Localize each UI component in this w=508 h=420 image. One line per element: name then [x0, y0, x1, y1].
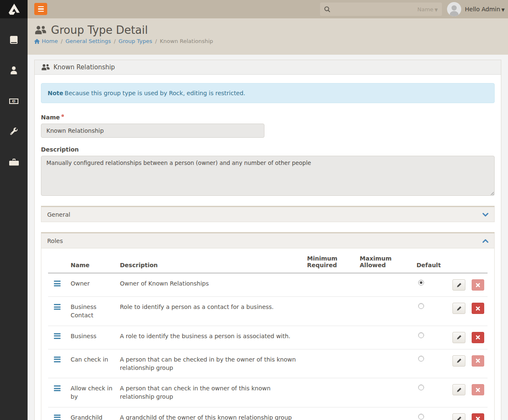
required-indicator: [61, 114, 64, 117]
money-icon: 1: [8, 96, 19, 106]
delete-x-icon: [476, 283, 480, 287]
sidebar-item-money[interactable]: 1: [8, 95, 20, 107]
rock-logo[interactable]: [0, 0, 28, 18]
role-row: Business ContactRole to identify a perso…: [48, 297, 488, 326]
sidebar-item-briefcase[interactable]: [8, 156, 20, 168]
default-radio[interactable]: [418, 414, 424, 420]
edit-role-button[interactable]: [452, 332, 465, 343]
column-header-max-allowed: Maximum Allowed: [356, 248, 413, 273]
role-description: A person that can check in the owner of …: [117, 378, 304, 407]
name-input[interactable]: [41, 124, 264, 138]
role-name: Grandchild: [67, 407, 117, 420]
column-header-actions: [448, 248, 488, 273]
app-window: 1: [0, 0, 508, 420]
sidebar-item-book[interactable]: [8, 34, 20, 46]
user-greeting: Hello Admin▼: [465, 6, 505, 13]
section-roles-label: Roles: [47, 238, 63, 244]
drag-handle[interactable]: [54, 385, 61, 391]
role-row: OwnerOwner of Known Relationships: [48, 273, 488, 297]
role-description: A grandchild of the owner of this known …: [117, 407, 304, 420]
delete-role-button[interactable]: [472, 332, 484, 343]
role-name: Owner: [67, 273, 117, 297]
role-min-required: [304, 349, 356, 378]
chevron-down-icon[interactable]: [483, 210, 488, 218]
note-text: Because this group type is used by Rock,…: [65, 90, 246, 96]
drag-handle[interactable]: [54, 333, 61, 339]
drag-handle[interactable]: [54, 357, 61, 362]
roles-table: Name Description Minimum Required Maximu…: [48, 248, 488, 420]
panel-heading: Known Relationship: [35, 60, 501, 75]
role-min-required: [304, 297, 356, 326]
name-label: Name: [41, 114, 64, 121]
role-max-allowed: [356, 297, 413, 326]
pencil-icon: [457, 283, 462, 288]
breadcrumb-separator: /: [155, 38, 157, 44]
edit-role-button[interactable]: [452, 303, 465, 314]
delete-role-button[interactable]: [472, 355, 484, 367]
delete-x-icon: [476, 417, 480, 420]
role-name: Can check in: [67, 349, 117, 378]
group-icon: [41, 64, 50, 71]
breadcrumb-general-settings[interactable]: General Settings: [66, 38, 111, 44]
roles-header-row: Name Description Minimum Required Maximu…: [48, 248, 488, 273]
breadcrumb-home[interactable]: Home: [34, 38, 58, 44]
delete-role-button[interactable]: [472, 303, 484, 314]
default-radio[interactable]: [418, 385, 424, 390]
sidebar-item-wrench[interactable]: [8, 126, 20, 137]
edit-role-button[interactable]: [452, 384, 465, 395]
role-max-allowed: [356, 407, 413, 420]
delete-x-icon: [476, 388, 480, 392]
column-header-description: Description: [117, 248, 304, 273]
briefcase-icon: [9, 157, 19, 167]
menu-toggle-button[interactable]: [34, 3, 47, 15]
breadcrumb-current: Known Relationship: [160, 38, 213, 44]
role-max-allowed: [356, 273, 413, 297]
breadcrumb-group-types[interactable]: Group Types: [119, 38, 152, 44]
breadcrumb-separator: /: [114, 38, 115, 44]
home-icon: [34, 39, 40, 44]
chevron-down-icon: ▼: [501, 8, 505, 12]
drag-handle[interactable]: [54, 304, 61, 310]
role-row: BusinessA role to identify the business …: [48, 326, 488, 349]
delete-role-button[interactable]: [472, 384, 484, 395]
sidebar-item-person[interactable]: [8, 65, 20, 76]
user-menu[interactable]: Hello Admin▼: [447, 0, 505, 18]
search-box: Name▼: [320, 3, 442, 16]
group-type-icon: [34, 25, 47, 35]
edit-role-button[interactable]: [452, 355, 465, 367]
search-input[interactable]: [333, 3, 417, 16]
column-header-default: Default: [413, 248, 448, 273]
section-general-label: General: [47, 211, 70, 218]
drag-handle[interactable]: [54, 281, 61, 286]
edit-role-button[interactable]: [452, 413, 465, 420]
delete-role-button[interactable]: [472, 413, 484, 420]
default-radio[interactable]: [418, 303, 424, 309]
description-textarea[interactable]: Manually configured relationships betwee…: [41, 156, 495, 196]
section-roles[interactable]: Roles: [41, 232, 495, 248]
role-description: Role to identify a person as a contact f…: [117, 297, 304, 326]
search-filter-dropdown[interactable]: Name▼: [417, 6, 438, 13]
chevron-up-icon[interactable]: [483, 237, 488, 245]
name-field-group: Name: [41, 113, 495, 138]
default-radio[interactable]: [418, 356, 424, 362]
wrench-icon: [9, 127, 19, 137]
default-radio[interactable]: [418, 332, 424, 338]
column-header-min-required: Minimum Required: [304, 248, 356, 273]
avatar: [447, 2, 461, 16]
column-header-name: Name: [67, 248, 117, 273]
drag-handle[interactable]: [54, 415, 61, 420]
role-row: Allow check in byA person that can check…: [48, 378, 488, 407]
role-min-required: [304, 326, 356, 349]
delete-role-button[interactable]: [472, 279, 484, 291]
pencil-icon: [457, 335, 462, 340]
sidebar-nav: 1: [0, 0, 28, 420]
delete-x-icon: [476, 359, 480, 363]
delete-x-icon: [476, 306, 480, 311]
default-radio[interactable]: [418, 280, 424, 286]
role-max-allowed: [356, 378, 413, 407]
pencil-icon: [457, 358, 462, 363]
pencil-icon: [457, 306, 462, 311]
svg-text:1: 1: [13, 99, 15, 103]
edit-role-button[interactable]: [452, 279, 465, 291]
section-general[interactable]: General: [41, 206, 495, 222]
